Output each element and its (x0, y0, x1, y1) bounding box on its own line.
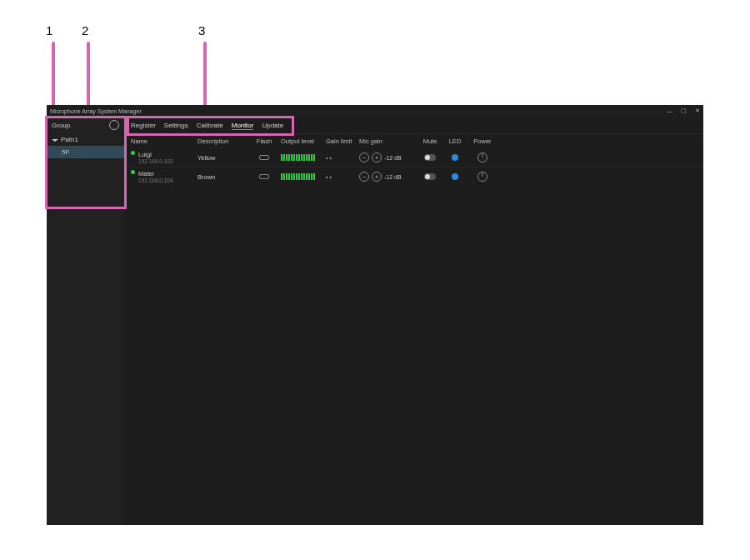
refresh-icon[interactable] (109, 120, 119, 130)
name-cell: Luigi 192.168.0.103 (131, 151, 198, 164)
tab-calibrate[interactable]: Calibrate (197, 122, 223, 130)
title-bar: Microphone Array System Manager — ▢ ✕ (47, 105, 703, 117)
col-glimit: Gain limit (326, 138, 359, 145)
tab-register[interactable]: Register (131, 122, 156, 130)
tab-update[interactable]: Update (262, 122, 283, 130)
close-button[interactable]: ✕ (695, 108, 700, 114)
main-area: Register Settings Calibrate Monitor Upda… (124, 117, 703, 525)
callout-2: 2 (82, 23, 88, 38)
tab-settings[interactable]: Settings (164, 122, 188, 130)
tree-item-label: 5F (62, 148, 69, 156)
app-title: Microphone Array System Manager (50, 108, 142, 114)
desc-cell: Yellow (198, 154, 248, 162)
device-name: Mater (138, 170, 173, 178)
level-meter (281, 173, 326, 180)
gain-limit: • • (326, 155, 359, 161)
name-cell: Mater 192.168.0.104 (131, 170, 198, 183)
callout-3: 3 (198, 23, 205, 38)
group-header: Group (47, 117, 124, 133)
led-indicator[interactable] (452, 154, 458, 161)
chevron-down-icon (52, 139, 58, 144)
col-mute: Mute (418, 138, 442, 145)
sidebar: Group Path1 5F (47, 117, 124, 525)
tree-item-5f[interactable]: 5F (47, 146, 124, 158)
level-meter (281, 154, 326, 161)
mic-gain-cell: − + -12 dB (359, 172, 418, 182)
gain-plus-button[interactable]: + (372, 152, 382, 162)
maximize-button[interactable]: ▢ (681, 108, 687, 114)
group-label: Group (52, 122, 70, 129)
col-power: Power (468, 138, 498, 145)
gain-value: -12 dB (384, 155, 402, 161)
led-indicator[interactable] (452, 173, 458, 180)
flash-icon[interactable] (259, 174, 269, 179)
status-dot (131, 170, 135, 174)
mic-gain-cell: − + -12 dB (359, 152, 418, 162)
minimize-button[interactable]: — (667, 108, 672, 114)
desc-cell: Brown (198, 173, 248, 181)
device-row: Mater 192.168.0.104 Brown • • − + -12 dB (124, 167, 703, 186)
device-ip: 192.168.0.104 (138, 178, 173, 183)
flash-icon[interactable] (259, 155, 269, 160)
device-name: Luigi (138, 151, 173, 158)
status-dot (131, 151, 135, 155)
col-flash: Flash (248, 138, 281, 145)
col-level: Output level (281, 138, 326, 145)
gain-value: -12 dB (384, 174, 402, 180)
tree-path[interactable]: Path1 (47, 133, 124, 146)
gain-plus-button[interactable]: + (372, 172, 382, 182)
gain-minus-button[interactable]: − (359, 152, 369, 162)
power-button[interactable] (478, 172, 488, 182)
gain-minus-button[interactable]: − (359, 172, 369, 182)
col-name: Name (131, 138, 198, 145)
mute-toggle[interactable] (424, 173, 436, 180)
device-ip: 192.168.0.103 (138, 158, 173, 164)
callout-1: 1 (46, 23, 52, 38)
gain-limit: • • (326, 174, 359, 180)
tab-monitor[interactable]: Monitor (232, 122, 254, 130)
tree-path-label: Path1 (61, 136, 78, 143)
col-led: LED (442, 138, 468, 145)
col-mgain: Mic gain (359, 138, 418, 145)
column-headers: Name Description Flash Output level Gain… (124, 133, 703, 148)
col-desc: Description (198, 138, 248, 145)
tab-bar: Register Settings Calibrate Monitor Upda… (124, 117, 703, 133)
app-window: Microphone Array System Manager — ▢ ✕ Gr… (47, 105, 703, 525)
power-button[interactable] (478, 152, 488, 162)
device-row: Luigi 192.168.0.103 Yellow • • − + -12 d… (124, 148, 703, 167)
mute-toggle[interactable] (424, 154, 436, 161)
